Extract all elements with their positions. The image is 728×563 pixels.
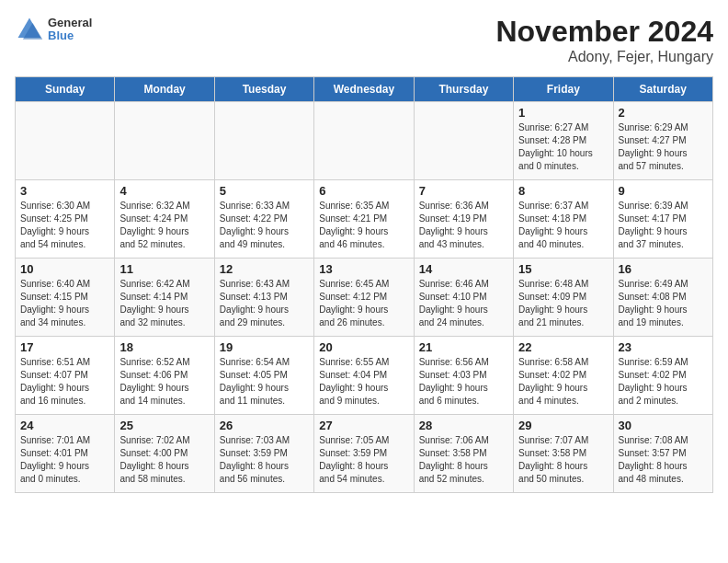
day-number: 3 (20, 184, 109, 198)
calendar-body: 1Sunrise: 6:27 AM Sunset: 4:28 PM Daylig… (16, 102, 713, 493)
day-number: 24 (20, 419, 109, 432)
day-info: Sunrise: 7:08 AM Sunset: 3:57 PM Dayligh… (619, 434, 708, 486)
calendar-cell: 26Sunrise: 7:03 AM Sunset: 3:59 PM Dayli… (214, 415, 313, 493)
calendar-cell (16, 102, 115, 180)
title-block: November 2024 Adony, Fejer, Hungary (495, 15, 713, 65)
week-row-2: 10Sunrise: 6:40 AM Sunset: 4:15 PM Dayli… (16, 259, 713, 337)
day-info: Sunrise: 6:32 AM Sunset: 4:24 PM Dayligh… (119, 200, 209, 251)
header-thursday: Thursday (414, 77, 513, 102)
logo-line1: General (48, 17, 92, 29)
calendar-cell: 14Sunrise: 6:46 AM Sunset: 4:10 PM Dayli… (414, 259, 513, 337)
day-number: 16 (619, 262, 708, 276)
day-info: Sunrise: 6:56 AM Sunset: 4:03 PM Dayligh… (419, 356, 508, 408)
calendar-cell (414, 102, 513, 180)
day-number: 25 (119, 419, 209, 432)
calendar-table: SundayMondayTuesdayWednesdayThursdayFrid… (15, 76, 713, 493)
logo: General Blue (15, 15, 92, 44)
day-number: 13 (319, 262, 408, 276)
day-info: Sunrise: 6:59 AM Sunset: 4:02 PM Dayligh… (619, 356, 708, 408)
day-info: Sunrise: 6:33 AM Sunset: 4:22 PM Dayligh… (220, 200, 309, 251)
day-number: 15 (518, 262, 608, 276)
day-info: Sunrise: 6:48 AM Sunset: 4:09 PM Dayligh… (518, 278, 608, 329)
day-number: 28 (419, 419, 508, 432)
day-info: Sunrise: 6:39 AM Sunset: 4:17 PM Dayligh… (619, 200, 708, 251)
day-info: Sunrise: 6:45 AM Sunset: 4:12 PM Dayligh… (319, 278, 408, 329)
day-number: 9 (619, 184, 708, 198)
day-info: Sunrise: 6:52 AM Sunset: 4:06 PM Dayligh… (119, 356, 209, 408)
week-row-1: 3Sunrise: 6:30 AM Sunset: 4:25 PM Daylig… (16, 180, 713, 259)
header-monday: Monday (115, 77, 214, 102)
logo-icon (15, 15, 44, 44)
day-number: 6 (319, 184, 408, 198)
header-saturday: Saturday (613, 77, 712, 102)
calendar-cell: 15Sunrise: 6:48 AM Sunset: 4:09 PM Dayli… (514, 259, 613, 337)
calendar-cell: 5Sunrise: 6:33 AM Sunset: 4:22 PM Daylig… (214, 180, 313, 259)
calendar-cell: 29Sunrise: 7:07 AM Sunset: 3:58 PM Dayli… (514, 415, 613, 493)
day-info: Sunrise: 7:03 AM Sunset: 3:59 PM Dayligh… (220, 434, 309, 486)
calendar-cell: 13Sunrise: 6:45 AM Sunset: 4:12 PM Dayli… (314, 259, 414, 337)
calendar-cell: 23Sunrise: 6:59 AM Sunset: 4:02 PM Dayli… (613, 337, 712, 415)
calendar-cell: 30Sunrise: 7:08 AM Sunset: 3:57 PM Dayli… (613, 415, 712, 493)
calendar-cell: 16Sunrise: 6:49 AM Sunset: 4:08 PM Dayli… (613, 259, 712, 337)
day-info: Sunrise: 7:07 AM Sunset: 3:58 PM Dayligh… (518, 434, 608, 486)
calendar-cell: 17Sunrise: 6:51 AM Sunset: 4:07 PM Dayli… (16, 337, 115, 415)
calendar-cell: 1Sunrise: 6:27 AM Sunset: 4:28 PM Daylig… (514, 102, 613, 180)
day-number: 1 (518, 106, 608, 120)
day-info: Sunrise: 6:58 AM Sunset: 4:02 PM Dayligh… (518, 356, 608, 408)
day-info: Sunrise: 6:36 AM Sunset: 4:19 PM Dayligh… (419, 200, 508, 251)
calendar-cell: 18Sunrise: 6:52 AM Sunset: 4:06 PM Dayli… (115, 337, 214, 415)
calendar-header: SundayMondayTuesdayWednesdayThursdayFrid… (16, 77, 713, 102)
day-number: 2 (619, 106, 708, 120)
week-row-4: 24Sunrise: 7:01 AM Sunset: 4:01 PM Dayli… (16, 415, 713, 493)
day-info: Sunrise: 7:06 AM Sunset: 3:58 PM Dayligh… (419, 434, 508, 486)
calendar-cell: 22Sunrise: 6:58 AM Sunset: 4:02 PM Dayli… (514, 337, 613, 415)
calendar-cell: 19Sunrise: 6:54 AM Sunset: 4:05 PM Dayli… (214, 337, 313, 415)
day-number: 18 (119, 340, 209, 354)
calendar-cell: 7Sunrise: 6:36 AM Sunset: 4:19 PM Daylig… (414, 180, 513, 259)
day-number: 19 (220, 340, 309, 354)
page-title: November 2024 (495, 15, 713, 49)
day-info: Sunrise: 6:40 AM Sunset: 4:15 PM Dayligh… (20, 278, 109, 329)
day-number: 29 (518, 419, 608, 432)
day-info: Sunrise: 6:37 AM Sunset: 4:18 PM Dayligh… (518, 200, 608, 251)
day-info: Sunrise: 6:54 AM Sunset: 4:05 PM Dayligh… (220, 356, 309, 408)
day-number: 5 (220, 184, 309, 198)
calendar-cell: 28Sunrise: 7:06 AM Sunset: 3:58 PM Dayli… (414, 415, 513, 493)
day-info: Sunrise: 7:05 AM Sunset: 3:59 PM Dayligh… (319, 434, 408, 486)
day-number: 10 (20, 262, 109, 276)
calendar-cell: 10Sunrise: 6:40 AM Sunset: 4:15 PM Dayli… (16, 259, 115, 337)
day-info: Sunrise: 6:29 AM Sunset: 4:27 PM Dayligh… (619, 121, 708, 173)
week-row-0: 1Sunrise: 6:27 AM Sunset: 4:28 PM Daylig… (16, 102, 713, 180)
day-number: 22 (518, 340, 608, 354)
page-subtitle: Adony, Fejer, Hungary (495, 49, 713, 65)
day-number: 7 (419, 184, 508, 198)
day-number: 26 (220, 419, 309, 432)
day-info: Sunrise: 6:43 AM Sunset: 4:13 PM Dayligh… (220, 278, 309, 329)
week-row-3: 17Sunrise: 6:51 AM Sunset: 4:07 PM Dayli… (16, 337, 713, 415)
day-info: Sunrise: 7:01 AM Sunset: 4:01 PM Dayligh… (20, 434, 109, 486)
calendar-cell: 8Sunrise: 6:37 AM Sunset: 4:18 PM Daylig… (514, 180, 613, 259)
calendar-cell: 24Sunrise: 7:01 AM Sunset: 4:01 PM Dayli… (16, 415, 115, 493)
calendar-cell: 9Sunrise: 6:39 AM Sunset: 4:17 PM Daylig… (613, 180, 712, 259)
day-info: Sunrise: 6:35 AM Sunset: 4:21 PM Dayligh… (319, 200, 408, 251)
day-number: 4 (119, 184, 209, 198)
day-info: Sunrise: 6:27 AM Sunset: 4:28 PM Dayligh… (518, 121, 608, 173)
header-tuesday: Tuesday (214, 77, 313, 102)
day-number: 8 (518, 184, 608, 198)
calendar-cell: 20Sunrise: 6:55 AM Sunset: 4:04 PM Dayli… (314, 337, 414, 415)
header-sunday: Sunday (16, 77, 115, 102)
calendar-cell: 12Sunrise: 6:43 AM Sunset: 4:13 PM Dayli… (214, 259, 313, 337)
day-info: Sunrise: 6:30 AM Sunset: 4:25 PM Dayligh… (20, 200, 109, 251)
logo-line2: Blue (48, 29, 92, 42)
day-number: 27 (319, 419, 408, 432)
day-number: 17 (20, 340, 109, 354)
day-info: Sunrise: 7:02 AM Sunset: 4:00 PM Dayligh… (119, 434, 209, 486)
day-info: Sunrise: 6:42 AM Sunset: 4:14 PM Dayligh… (119, 278, 209, 329)
header-wednesday: Wednesday (314, 77, 414, 102)
calendar-cell: 21Sunrise: 6:56 AM Sunset: 4:03 PM Dayli… (414, 337, 513, 415)
calendar-cell: 3Sunrise: 6:30 AM Sunset: 4:25 PM Daylig… (16, 180, 115, 259)
day-info: Sunrise: 6:51 AM Sunset: 4:07 PM Dayligh… (20, 356, 109, 408)
day-number: 23 (619, 340, 708, 354)
header-friday: Friday (514, 77, 613, 102)
calendar-cell: 6Sunrise: 6:35 AM Sunset: 4:21 PM Daylig… (314, 180, 414, 259)
